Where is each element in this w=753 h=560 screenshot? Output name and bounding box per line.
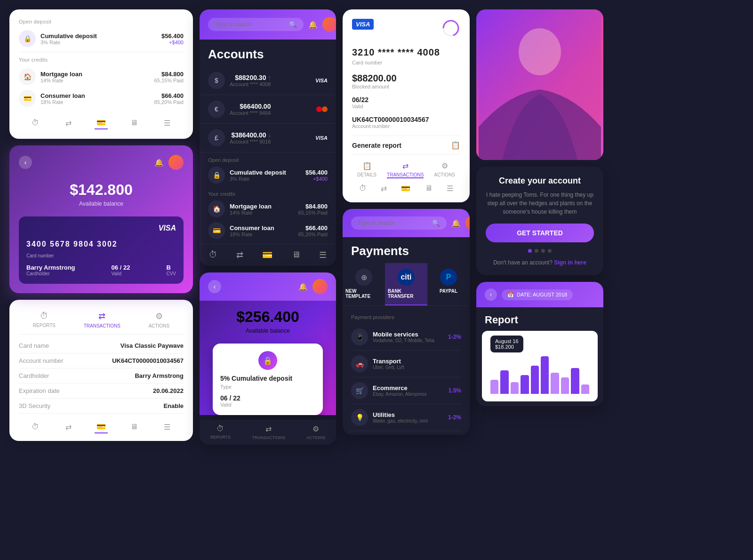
nav-icon-reports[interactable]: ⏱ — [29, 116, 42, 129]
security-label: 3D Security — [19, 402, 50, 409]
bottom-transactions-icon[interactable]: ⇄ — [62, 420, 75, 433]
report-date-label: DATE: AUGUST 2018 — [517, 292, 567, 297]
transport-provider-sub: Uber, Gett, Lyft — [373, 365, 404, 370]
paypal-btn[interactable]: P PAYPAL — [427, 263, 470, 305]
accounts-nav-menu-icon[interactable]: ☰ — [319, 250, 327, 260]
visa-nav-menu-icon[interactable]: ☰ — [447, 184, 453, 193]
payments-bell-icon[interactable]: 🔔 — [451, 219, 461, 228]
get-started-button[interactable]: GET STARTED — [486, 224, 594, 242]
search-input[interactable] — [215, 21, 285, 28]
sign-in-text: Don't have an account? — [493, 259, 553, 266]
tab-details[interactable]: 📋 DETAILS — [357, 161, 376, 178]
reports-label: REPORTS — [33, 323, 56, 328]
provider-utilities: 💡 Utilities Water, gas, electricity, ren… — [351, 404, 461, 431]
accounts-deposit-item: 🔒 Cumulative deposit 3% Rate $56.400 +$4… — [208, 167, 328, 184]
expiry-value: 06 / 22 — [112, 264, 130, 271]
accounts-header: 🔍 🔔 — [200, 9, 336, 40]
nav-icon-transactions[interactable]: ⇄ — [62, 116, 75, 129]
generate-report-row[interactable]: Generate report 📋 — [352, 136, 460, 150]
floating-lock-icon: 🔒 — [258, 351, 277, 370]
bank-transfer-btn[interactable]: citi BANK TRANSFER — [385, 263, 427, 305]
balance2-bell-icon[interactable]: 🔔 — [298, 282, 308, 291]
accounts-nav: ⏱ ⇄ 💳 🖥 ☰ — [200, 244, 336, 266]
nav-item-reports[interactable]: ⏱ REPORTS — [33, 311, 56, 328]
cumulative-deposit-change: +$400 — [161, 40, 184, 45]
generate-report-text: Generate report — [352, 142, 401, 149]
balance2-avatar[interactable] — [312, 279, 328, 294]
eur-amount: $66400.00 — [230, 103, 271, 110]
transactions-label: TRANSACTIONS — [84, 323, 120, 328]
bottom-reports-icon[interactable]: ⏱ — [29, 420, 42, 433]
bottom-card-icon[interactable]: 🖥 — [128, 420, 141, 433]
open-deposit-title: Open deposit — [19, 19, 184, 24]
accounts-nav-reports-icon[interactable]: ⏱ — [209, 250, 217, 260]
notification-bell-icon[interactable]: 🔔 — [154, 158, 164, 167]
paypal-label: PAYPAL — [440, 288, 457, 294]
accounts-credits-title: Your credits — [208, 191, 328, 197]
consumer-rate: 18% Rate — [40, 99, 85, 105]
blocked-amount: $88200.00 — [352, 73, 460, 84]
visa-nav-card-icon[interactable]: 🖥 — [425, 184, 433, 193]
balance2-transactions-label: TRANSACTIONS — [252, 435, 285, 440]
floating-deposit-date: 06 / 22 — [220, 394, 315, 402]
balance2-actions-label: ACTIONS — [306, 435, 325, 440]
floating-deposit-date-label: Valid — [220, 402, 315, 408]
new-template-btn[interactable]: ⊕ NEW TEMPLATE — [343, 263, 385, 305]
nav-icon-wallet[interactable]: 💳 — [95, 116, 108, 129]
user-avatar[interactable] — [168, 155, 184, 170]
visa-nav-wallet-icon[interactable]: 💳 — [401, 184, 410, 193]
balance2-nav-actions[interactable]: ⚙ ACTIONS — [306, 424, 325, 440]
balance-amount: $142.800 — [19, 181, 184, 199]
report-back-button[interactable]: ‹ — [485, 288, 497, 301]
transactions-tab-icon: ⇄ — [402, 161, 409, 170]
cvv-label: CVV — [166, 271, 176, 276]
visa-card-number: 3210 **** **** 4008 — [352, 47, 460, 58]
cumulative-deposit-rate: 3% Rate — [40, 40, 97, 45]
accounts-avatar[interactable] — [322, 17, 336, 32]
nav-icon-menu[interactable]: ☰ — [160, 116, 174, 129]
report-card: ‹ 📅 DATE: AUGUST 2018 Report August 16 $… — [476, 282, 603, 406]
floating-deposit-card: 🔒 5% Cumulative deposit Type 06 / 22 Val… — [213, 344, 323, 415]
sign-in-link[interactable]: Sign in here — [554, 259, 586, 266]
mobile-provider-sub: Vodafone, O2, T-Mobile, Telia — [373, 338, 434, 343]
nav-item-actions[interactable]: ⚙ ACTIONS — [149, 311, 169, 328]
tab-transactions[interactable]: ⇄ TRANSACTIONS — [387, 161, 424, 178]
visa-nav-reports-icon[interactable]: ⏱ — [359, 184, 367, 193]
bottom-menu-icon[interactable]: ☰ — [160, 420, 174, 433]
payments-avatar[interactable] — [465, 216, 470, 231]
tab-actions[interactable]: ⚙ ACTIONS — [434, 161, 455, 178]
accounts-mortgage-item: 🏠 Mortgage loan 14% Rate $84.800 65,15% … — [208, 200, 328, 217]
back-button[interactable]: ‹ — [19, 156, 32, 169]
trend-up-icon: ↑ — [268, 74, 271, 81]
search-bar[interactable]: 🔍 — [208, 18, 304, 31]
mobile-provider-icon: 📱 — [351, 328, 368, 345]
mortgage-amount: $84.800 — [154, 71, 184, 78]
balance2-nav-transactions[interactable]: ⇄ TRANSACTIONS — [252, 424, 285, 440]
provider-mobile: 📱 Mobile services Vodafone, O2, T-Mobile… — [351, 324, 461, 351]
balance2-actions-icon: ⚙ — [312, 424, 319, 433]
dot-1 — [528, 249, 532, 253]
accounts-deposit-change: +$400 — [305, 176, 328, 182]
chart-bar — [561, 377, 569, 394]
accounts-nav-card-icon[interactable]: 🖥 — [292, 250, 300, 260]
bottom-wallet-icon[interactable]: 💳 — [95, 420, 108, 433]
cardholder-label2: Cardholder — [19, 372, 49, 379]
report-date-badge[interactable]: 📅 DATE: AUGUST 2018 — [502, 289, 573, 300]
balance2-back-button[interactable]: ‹ — [208, 280, 221, 293]
nav-icon-card[interactable]: 🖥 — [128, 116, 141, 129]
visa-nav-transactions-icon[interactable]: ⇄ — [381, 184, 387, 193]
lock-icon: 🔒 — [19, 30, 36, 47]
bank-transfer-label: BANK TRANSFER — [388, 288, 425, 299]
accounts-bell-icon[interactable]: 🔔 — [308, 20, 318, 29]
balance2-nav-reports[interactable]: ⏱ REPORTS — [210, 424, 231, 440]
payments-search-bar[interactable]: 🔍 — [351, 216, 447, 230]
provider-ecommerce: 🛒 Ecommerce Ebay, Amazon, Aliexpress 1.5… — [351, 377, 461, 404]
accounts-nav-wallet-icon[interactable]: 💳 — [262, 250, 272, 260]
nav-item-transactions[interactable]: ⇄ TRANSACTIONS — [84, 311, 120, 328]
new-template-icon: ⊕ — [355, 269, 372, 286]
deposit-credits-card: Open deposit 🔒 Cumulative deposit 3% Rat… — [9, 9, 193, 139]
payments-search-input[interactable] — [358, 220, 428, 226]
expiry-row: Expiration date 20.06.2022 — [19, 384, 184, 399]
svg-point-3 — [519, 28, 561, 75]
accounts-nav-transactions-icon[interactable]: ⇄ — [236, 250, 243, 260]
